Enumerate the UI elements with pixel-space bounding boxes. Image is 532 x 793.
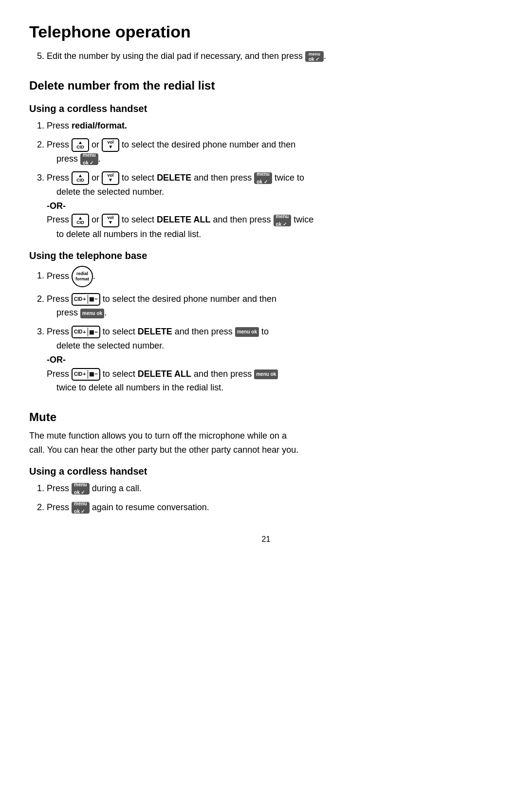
- base-step-1: Press redial format .: [47, 266, 503, 287]
- mute-section-title: Mute: [29, 408, 503, 426]
- menu-ok-button-inline: menuok ✓: [305, 51, 324, 62]
- vol-down-key: vol ▼: [102, 138, 119, 152]
- menu-ok-mic-mute-2: menuok ✓: [72, 502, 90, 514]
- cordless-step-1: Press redial/format.: [47, 119, 503, 133]
- cordless-step-2: Press ▲ CID or vol ▼ to select the desir…: [47, 138, 503, 166]
- cid-up-key-3b: ▲ CID: [72, 214, 89, 227]
- delete-number-section-title: Delete number from the redial list: [29, 77, 503, 94]
- redial-format-key: redial format: [72, 266, 93, 287]
- mute-step-2: Press menuok ✓ again to resume conversat…: [47, 500, 503, 515]
- menu-ok-base-3a: menu ok: [235, 327, 259, 337]
- cid-up-key-3a: ▲ CID: [72, 171, 89, 185]
- page-number: 21: [29, 534, 503, 545]
- or-label-1: -OR-: [47, 201, 66, 211]
- step-5: Edit the number by using the dial pad if…: [47, 49, 503, 63]
- menu-ok-base-3b: menu ok: [254, 369, 278, 379]
- menu-ok-base-2: menu ok: [80, 309, 104, 318]
- using-cordless-handset-title-2: Using a cordless handset: [29, 464, 503, 479]
- cid-plus-vol-minus-key-3b: CID + ▩ −: [72, 368, 100, 381]
- base-step-2: Press CID + ▩ − to select the desired ph…: [47, 292, 503, 320]
- page-title: Telephone operation: [29, 19, 503, 44]
- mute-step-1: Press menuok ✓ during a call.: [47, 481, 503, 496]
- cid-up-key: ▲ CID: [72, 138, 89, 152]
- mute-description: The mute function allows you to turn off…: [29, 429, 503, 457]
- or-label-2: -OR-: [47, 355, 66, 365]
- cordless-step-3: Press ▲ CID or vol ▼ to select DELETE an…: [47, 171, 503, 241]
- menu-ok-mic-key-3b: menuok ✓: [274, 215, 292, 226]
- using-cordless-handset-title-1: Using a cordless handset: [29, 101, 503, 116]
- using-base-title: Using the telephone base: [29, 248, 503, 263]
- menu-ok-mic-mute-1: menuok ✓: [72, 483, 90, 495]
- vol-down-key-3b: vol ▼: [102, 214, 119, 227]
- cid-plus-vol-minus-key-3a: CID + ▩ −: [72, 326, 100, 338]
- menu-ok-mic-key-3a: menuok ✓: [254, 172, 272, 184]
- base-step-3: Press CID + ▩ − to select DELETE and the…: [47, 325, 503, 395]
- menu-ok-mic-key-2: menuok ✓: [80, 153, 98, 165]
- cid-plus-vol-minus-key-2: CID + ▩ −: [72, 293, 100, 306]
- vol-down-key-3a: vol ▼: [102, 171, 119, 185]
